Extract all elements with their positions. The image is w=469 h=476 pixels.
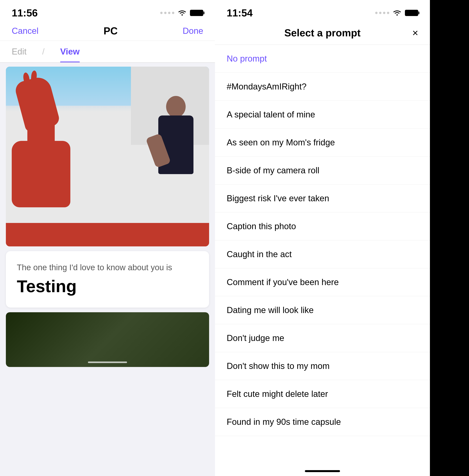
- horse-body: [12, 141, 70, 207]
- prompt-list-item-9[interactable]: Dating me will look like: [215, 296, 430, 324]
- person: [154, 96, 197, 194]
- svg-point-0: [182, 15, 183, 16]
- prompt-list-item-2[interactable]: A special talent of mine: [215, 101, 430, 129]
- prompt-list-item-10[interactable]: Don't judge me: [215, 324, 430, 352]
- prompt-list: No prompt#MondaysAmIRight?A special tale…: [215, 45, 430, 466]
- prompt-answer: Testing: [17, 277, 198, 296]
- prompt-question: The one thing I'd love to know about you…: [17, 263, 198, 272]
- left-nav-title: PC: [103, 25, 118, 37]
- scroll-indicator: [88, 361, 127, 363]
- black-bar: [430, 0, 469, 476]
- scroll-bar-container: [215, 466, 430, 476]
- left-time: 11:56: [12, 7, 38, 19]
- left-nav-bar: Cancel PC Done: [0, 21, 215, 41]
- bottom-photo-inner: [6, 312, 209, 367]
- prompt-list-item-6[interactable]: Caption this photo: [215, 213, 430, 240]
- signal-dot-4: [172, 12, 174, 14]
- left-panel: 11:56 Cancel PC Done Edit /: [0, 0, 215, 476]
- close-button[interactable]: ×: [406, 27, 418, 39]
- right-signal-dot-1: [375, 12, 378, 14]
- signal-dot-1: [160, 12, 163, 14]
- right-battery-icon: [405, 10, 418, 16]
- left-content: The one thing I'd love to know about you…: [0, 63, 215, 476]
- tab-edit[interactable]: Edit: [12, 41, 27, 62]
- left-status-bar: 11:56: [0, 0, 215, 21]
- prompt-list-item-13[interactable]: Found in my 90s time capsule: [215, 408, 430, 436]
- right-time: 11:54: [227, 7, 253, 19]
- prompt-list-item-3[interactable]: As seen on my Mom's fridge: [215, 129, 430, 157]
- person-head: [166, 96, 186, 117]
- prompt-list-item-11[interactable]: Don't show this to my mom: [215, 352, 430, 380]
- profile-photo[interactable]: [6, 67, 209, 246]
- tab-view[interactable]: View: [60, 41, 80, 62]
- prompt-list-item-5[interactable]: Biggest risk I've ever taken: [215, 184, 430, 213]
- prompt-list-item-1[interactable]: #MondaysAmIRight?: [215, 73, 430, 101]
- scroll-bar-pill: [305, 470, 340, 472]
- prompt-list-item-0[interactable]: No prompt: [215, 45, 430, 73]
- left-status-icons: [160, 9, 203, 16]
- right-status-icons: [375, 9, 418, 16]
- modal-title: Select a prompt: [238, 27, 406, 39]
- horse-statue: [12, 78, 82, 215]
- cancel-button[interactable]: Cancel: [12, 26, 38, 36]
- battery-icon: [190, 10, 203, 16]
- prompt-list-item-4[interactable]: B-side of my camera roll: [215, 157, 430, 184]
- signal-dots: [160, 12, 174, 14]
- right-status-bar: 11:54: [215, 0, 430, 21]
- prompt-list-item-7[interactable]: Caught in the act: [215, 240, 430, 268]
- done-button[interactable]: Done: [183, 26, 203, 36]
- svg-point-1: [397, 15, 398, 16]
- prompt-list-item-12[interactable]: Felt cute might delete later: [215, 380, 430, 408]
- right-wifi-icon: [392, 9, 402, 16]
- right-panel: 11:54 Select a prompt × No: [215, 0, 430, 476]
- prompt-list-item-8[interactable]: Comment if you've been here: [215, 268, 430, 296]
- prompt-card[interactable]: The one thing I'd love to know about you…: [6, 251, 209, 308]
- right-signal-dot-4: [387, 12, 389, 14]
- wifi-icon: [177, 9, 187, 16]
- right-signal-dot-3: [383, 12, 385, 14]
- signal-dot-3: [168, 12, 170, 14]
- modal-header: Select a prompt ×: [215, 21, 430, 45]
- tab-bar: Edit / View: [0, 41, 215, 63]
- right-signal-dot-2: [379, 12, 382, 14]
- bottom-photo[interactable]: [6, 312, 209, 367]
- tab-divider: /: [42, 47, 45, 56]
- red-base: [6, 223, 209, 246]
- signal-dot-2: [164, 12, 167, 14]
- photo-background: [6, 67, 209, 246]
- right-signal-dots: [375, 12, 389, 14]
